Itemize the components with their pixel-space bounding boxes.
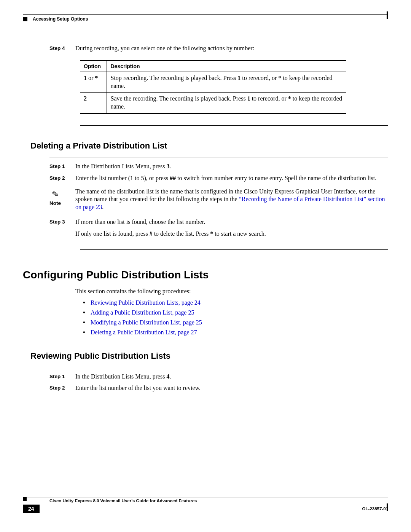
doc-id: OL-23857-01 [362,506,388,511]
step-row: Step 3 If more than one list is found, c… [49,218,388,226]
step-body: In the Distribution Lists Menu, press 4. [75,373,388,381]
crop-mark [387,11,388,19]
desc-cell: Stop recording. The recording is played … [107,72,346,93]
step-label: Step 2 [49,174,75,182]
note-body: The name of the distribution list is the… [75,188,388,211]
list-item: Modifying a Public Distribution List, pa… [83,319,388,326]
desc-cell: Save the recording. The recording is pla… [107,93,346,113]
step-label: Step 2 [49,384,75,392]
step-body: If more than one list is found, choose t… [75,218,388,226]
footer-doc-title: Cisco Unity Express 8.0 Voicemail User's… [49,497,197,503]
heading-reviewing: Reviewing Public Distribution Lists [30,351,388,361]
step-body: In the Distribution Lists Menu, press 3. [75,163,388,171]
bullet-list: Reviewing Public Distribution Lists, pag… [83,299,388,336]
page-number: 24 [23,505,40,513]
step-row: Step 1 In the Distribution Lists Menu, p… [49,373,388,381]
step-row: Step 2 Enter the list number (1 to 5), o… [49,174,388,182]
heading-deleting: Deleting a Private Distribution List [30,141,388,151]
option-cell: 1 or * [80,72,107,93]
page-footer: Cisco Unity Express 8.0 Voicemail User's… [23,497,388,513]
divider [80,125,388,126]
col-description: Description [107,61,346,72]
step-row: Step 4 During recording, you can select … [49,45,388,53]
step-label: Step 3 [49,218,75,226]
section-header: Accessing Setup Options [33,16,88,22]
col-option: Option [80,61,107,72]
step-label: Step 4 [49,45,75,53]
option-cell: 2 [80,93,107,113]
heading-configuring: Configuring Public Distribution Lists [23,269,388,281]
link-adding[interactable]: Adding a Public Distribution List, page … [91,309,194,316]
table-row: 2 Save the recording. The recording is p… [80,93,346,113]
divider [49,368,388,368]
step-body: During recording, you can select one of … [75,45,388,53]
step-row: Step 1 In the Distribution Lists Menu, p… [49,163,388,171]
step-body: Enter the list number (1 to 5), or press… [75,174,388,182]
divider [49,158,388,158]
note-row: ✎ Note The name of the distribution list… [49,188,388,211]
pencil-icon: ✎ [51,185,76,200]
options-table: Option Description 1 or * Stop recording… [80,60,388,114]
list-item: Adding a Public Distribution List, page … [83,309,388,316]
step-label: Step 1 [49,373,75,381]
step-row: Step 2 Enter the list number of the list… [49,384,388,392]
link-deleting[interactable]: Deleting a Public Distribution List, pag… [91,329,197,335]
list-item: Reviewing Public Distribution Lists, pag… [83,299,388,306]
page-header: Accessing Setup Options [23,14,388,22]
step-body-extra: If only one list is found, press # to de… [75,230,388,238]
link-reviewing[interactable]: Reviewing Public Distribution Lists, pag… [91,299,201,306]
link-modifying[interactable]: Modifying a Public Distribution List, pa… [91,319,202,326]
footer-square-icon [23,497,27,501]
note-label: ✎ Note [49,188,75,211]
step-label: Step 1 [49,163,75,171]
table-row: 1 or * Stop recording. The recording is … [80,72,346,93]
header-square-icon [23,17,27,21]
intro-text: This section contains the following proc… [75,288,388,295]
list-item: Deleting a Public Distribution List, pag… [83,329,388,336]
step-body: Enter the list number of the list you wa… [75,384,388,392]
divider [80,249,388,250]
